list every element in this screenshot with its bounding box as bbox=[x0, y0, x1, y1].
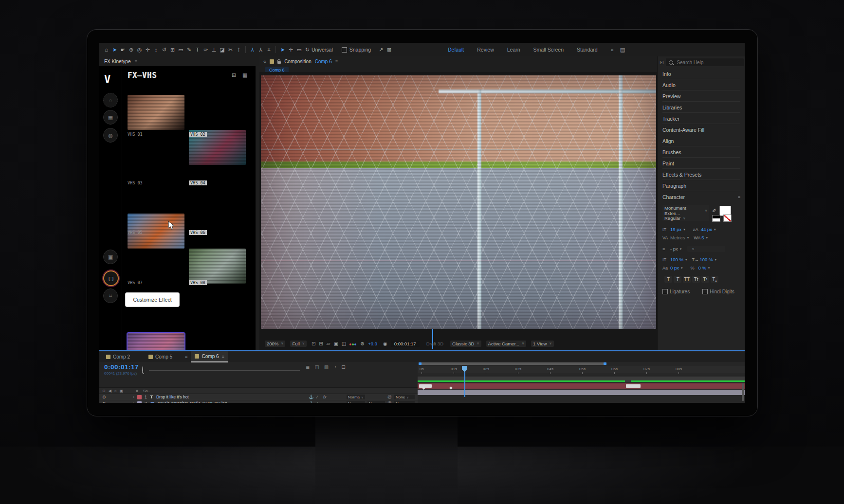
snap-along-icon[interactable]: ↗ bbox=[377, 47, 385, 53]
draft-icon[interactable]: ◫ bbox=[314, 364, 319, 370]
panel-content-aware-fill[interactable]: Content-Aware Fill bbox=[662, 125, 740, 135]
roi-icon[interactable]: ⊡ bbox=[312, 341, 315, 346]
tsume-value[interactable]: 0 % bbox=[698, 265, 706, 270]
rulers-icon[interactable]: ◫ bbox=[342, 341, 346, 346]
all-caps-button[interactable]: TT bbox=[683, 276, 691, 283]
stroke-style-dropdown[interactable] bbox=[687, 246, 725, 252]
panel-character[interactable]: Character ≡ bbox=[662, 192, 740, 202]
layer-color-chip[interactable] bbox=[137, 395, 142, 399]
layer2-duration-bar[interactable] bbox=[418, 390, 745, 395]
universal-label[interactable]: Universal bbox=[312, 47, 333, 53]
composition-panel-label[interactable]: Composition bbox=[284, 59, 312, 64]
timeline-tab-comp2[interactable]: Comp 2 bbox=[102, 352, 134, 362]
channels-icon[interactable] bbox=[349, 341, 356, 346]
current-timecode[interactable]: 0:00:01:17 bbox=[104, 363, 139, 371]
exposure-value[interactable]: +0.0 bbox=[368, 341, 377, 346]
panel-info[interactable]: Info bbox=[662, 69, 740, 79]
layer-switch-quality[interactable]: ∕ bbox=[317, 395, 317, 399]
leading-value[interactable]: 44 px bbox=[701, 227, 712, 232]
layer-color-chip[interactable] bbox=[137, 401, 142, 403]
workspace-small-screen[interactable]: Small Screen bbox=[533, 47, 564, 53]
renderer-dropdown[interactable]: Classic 3D bbox=[450, 341, 481, 347]
layer-row-2[interactable]: ⊙ › 2 ▦ pexels-cottonbro-studio-10325793… bbox=[99, 400, 418, 403]
universal-select-icon[interactable]: ➤ bbox=[278, 47, 287, 53]
graph-editor-icon[interactable]: ⊟ bbox=[341, 364, 345, 370]
small-caps-button[interactable]: Tt bbox=[692, 276, 700, 283]
motion-blur-icon[interactable]: ◔ bbox=[333, 364, 336, 370]
layer-visibility-icon[interactable]: ⊙ bbox=[102, 401, 106, 403]
workspace-standard[interactable]: Standard bbox=[577, 47, 598, 53]
panel-tracker[interactable]: Tracker bbox=[662, 114, 740, 124]
keyframe-badge[interactable] bbox=[626, 384, 641, 388]
keyframe-diamond[interactable] bbox=[449, 386, 453, 390]
camera-dropdown[interactable]: Active Camer... bbox=[486, 341, 527, 347]
panel-align[interactable]: Align bbox=[662, 136, 740, 146]
viewer-resolution-dropdown[interactable]: Full bbox=[290, 341, 306, 347]
horizontal-scale-value[interactable]: 100 % bbox=[699, 257, 713, 262]
timeline-tab-comp5[interactable]: Comp 5 bbox=[145, 352, 176, 362]
view-layout-dropdown[interactable]: 1 View bbox=[531, 341, 553, 347]
faux-bold-button[interactable]: T bbox=[664, 276, 672, 283]
roto-brush-tool[interactable]: ✂ bbox=[226, 47, 235, 53]
panel-audio[interactable]: Audio bbox=[662, 80, 740, 90]
layer1-duration-bar[interactable] bbox=[418, 383, 745, 389]
preset-thumb-vhs-01[interactable] bbox=[128, 95, 184, 130]
hindi-digits-checkbox[interactable] bbox=[702, 289, 708, 294]
customize-effect-button[interactable]: Customize Effect bbox=[126, 293, 179, 306]
collapse-icon[interactable]: « bbox=[263, 58, 266, 64]
roi-tool[interactable]: ⊞ bbox=[168, 47, 177, 53]
character-tool-3[interactable]: ⌗ bbox=[265, 47, 273, 53]
trkmat-dropdown[interactable]: None bbox=[367, 401, 385, 403]
eraser-tool[interactable]: ◪ bbox=[218, 47, 226, 53]
panel-paint[interactable]: Paint bbox=[662, 159, 740, 169]
brush-tool[interactable]: ✑ bbox=[202, 47, 210, 53]
timeline-vertical-scrollbar[interactable] bbox=[742, 383, 744, 401]
pen-tool[interactable]: ✎ bbox=[185, 47, 193, 53]
layer-visibility-icon[interactable]: ⊙ bbox=[102, 395, 106, 399]
universal-box-icon[interactable]: ▭ bbox=[295, 47, 303, 53]
snap-features-icon[interactable]: ⊠ bbox=[385, 47, 393, 53]
layer-row-1[interactable]: ⊙ › 1 T Drop it like it's hot ⚓ ∕ fx Nor… bbox=[99, 394, 418, 400]
stroke-presets-swatch[interactable] bbox=[712, 215, 720, 222]
source-column-header[interactable]: So.. bbox=[143, 389, 150, 393]
panel-paragraph[interactable]: Paragraph bbox=[662, 181, 740, 191]
fx-panel-tab[interactable]: FX Kinetype bbox=[104, 59, 130, 64]
zoom-tool[interactable]: ⊕ bbox=[127, 47, 135, 53]
selection-tool[interactable]: ➤ bbox=[110, 47, 119, 53]
vertical-scale-value[interactable]: 100 % bbox=[670, 257, 683, 262]
preset-thumb-vhs-04[interactable] bbox=[189, 249, 246, 284]
layer-switch-fx[interactable]: fx bbox=[323, 395, 327, 399]
fx-panel-menu-icon[interactable]: ≡ bbox=[134, 59, 137, 64]
viewer-zoom-dropdown[interactable]: 200% bbox=[265, 341, 285, 347]
layer-name[interactable]: pexels-cottonbro-studio-10325793.jpg bbox=[158, 401, 227, 403]
layer-expand-icon[interactable]: › bbox=[133, 395, 134, 399]
snapshot-icon[interactable]: ◉ bbox=[383, 341, 387, 346]
viewer-timecode[interactable]: 0:00:01:17 bbox=[391, 341, 420, 347]
pan-camera-tool[interactable]: ✛ bbox=[144, 47, 152, 53]
layer-switch-anchor[interactable]: ⚓ bbox=[309, 401, 314, 403]
layer-name[interactable]: Drop it like it's hot bbox=[156, 395, 189, 399]
type-tool[interactable]: T bbox=[193, 47, 202, 53]
lock-icon[interactable] bbox=[277, 61, 281, 64]
panel-grid-icon[interactable]: ⊡ bbox=[660, 60, 663, 65]
help-searchbox[interactable] bbox=[666, 58, 744, 66]
superscript-button[interactable]: T¹ bbox=[701, 276, 709, 283]
faux-italic-button[interactable]: T bbox=[674, 276, 681, 283]
label-column-header[interactable]: # bbox=[136, 389, 138, 393]
ligatures-checkbox[interactable] bbox=[662, 289, 668, 294]
font-size-value[interactable]: 19 px bbox=[670, 227, 681, 232]
keyframe-badge[interactable] bbox=[419, 384, 432, 388]
timeline-horizontal-scrollbar[interactable] bbox=[419, 362, 606, 365]
blend-mode-dropdown[interactable]: Norma bbox=[347, 395, 365, 399]
transparency-grid-icon[interactable]: ⊞ bbox=[319, 341, 323, 346]
layer-switch-anchor[interactable]: ⚓ bbox=[309, 395, 314, 399]
eyedropper-icon[interactable]: ✐ bbox=[712, 208, 716, 214]
list-view-icon[interactable]: ▦ bbox=[242, 72, 247, 78]
shape-tool[interactable]: ▭ bbox=[177, 47, 185, 53]
frame-blending-icon[interactable]: ▥ bbox=[324, 364, 329, 370]
tab-menu-icon[interactable]: ≡ bbox=[222, 354, 224, 359]
parent-pickwhip-icon[interactable]: @ bbox=[387, 401, 392, 403]
workspace-review[interactable]: Review bbox=[477, 47, 494, 53]
workspace-overflow-chevrons[interactable]: » bbox=[611, 47, 614, 53]
timeline-tab-comp6-active[interactable]: Comp 6 ≡ bbox=[191, 351, 228, 362]
